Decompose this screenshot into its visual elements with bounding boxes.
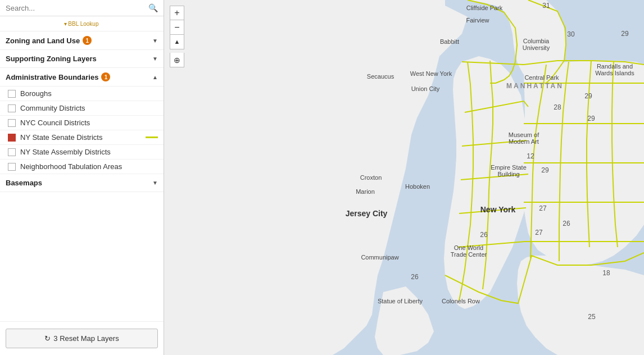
layer-label-community: Community Districts bbox=[20, 104, 158, 112]
map-label-west-new-york: West New York bbox=[410, 70, 452, 77]
search-icon: 🔍 bbox=[148, 3, 158, 12]
checkbox-boroughs[interactable] bbox=[8, 90, 16, 98]
section-chevron-supporting bbox=[152, 56, 158, 62]
layer-item-council[interactable]: NYC Council Districts bbox=[0, 116, 164, 130]
map-num-29c: 29 bbox=[587, 115, 595, 122]
bbl-lookup-label: ▾ BBL Lookup bbox=[64, 21, 99, 27]
map-label-jersey-city: Jersey City bbox=[346, 209, 388, 218]
map-label-croxton: Croxton bbox=[360, 174, 382, 181]
layer-label-council: NYC Council Districts bbox=[20, 119, 158, 127]
location-button[interactable]: ⊕ bbox=[170, 53, 184, 67]
checkbox-community[interactable] bbox=[8, 104, 16, 112]
map-num-30: 30 bbox=[567, 30, 575, 38]
map-label-secaucus: Secaucus bbox=[367, 73, 394, 80]
section-label-supporting: Supporting Zoning Layers bbox=[6, 54, 97, 63]
layer-label-assembly: NY State Assembly Districts bbox=[20, 148, 158, 156]
map-num-29b: 29 bbox=[584, 92, 592, 100]
section-header-supporting[interactable]: Supporting Zoning Layers bbox=[0, 50, 164, 68]
section-header-admin[interactable]: Administrative Boundaries1 bbox=[0, 68, 164, 87]
section-label-basemaps: Basemaps bbox=[6, 179, 42, 187]
checkbox-council[interactable] bbox=[8, 119, 16, 127]
layer-item-senate[interactable]: NY State Senate Districts bbox=[0, 130, 164, 145]
search-input[interactable] bbox=[6, 4, 148, 12]
map-svg: Cliffside Park Fairview Columbia Univers… bbox=[164, 0, 644, 355]
section-chevron-zoning bbox=[152, 38, 158, 44]
reset-section: ↻ 3 Reset Map Layers bbox=[0, 321, 164, 355]
map-num-18: 18 bbox=[602, 269, 610, 277]
map-label-wards: Wards Islands bbox=[595, 70, 634, 76]
reset-label: 3 Reset Map Layers bbox=[53, 334, 119, 343]
map-label-central-park: Central Park bbox=[524, 74, 559, 81]
section-chevron-admin bbox=[152, 74, 158, 80]
map-controls: + − ▲ ⊕ bbox=[170, 6, 184, 67]
checkbox-senate[interactable] bbox=[8, 134, 16, 142]
map-num-26c: 26 bbox=[411, 273, 419, 281]
sidebar: 🔍 ▾ BBL Lookup Zoning and Land Use1Suppo… bbox=[0, 0, 164, 355]
legend-line-senate bbox=[146, 136, 158, 138]
map-area: + − ▲ ⊕ bbox=[164, 0, 644, 355]
map-label-empire2: Building bbox=[497, 171, 519, 178]
section-header-zoning[interactable]: Zoning and Land Use1 bbox=[0, 31, 164, 50]
map-label-cliffside: Cliffside Park bbox=[466, 4, 503, 11]
map-num-26a: 26 bbox=[480, 231, 488, 239]
checkbox-assembly[interactable] bbox=[8, 148, 16, 156]
map-num-27a: 27 bbox=[539, 204, 547, 212]
section-chevron-basemaps bbox=[152, 180, 158, 186]
map-num-26b: 26 bbox=[563, 220, 570, 227]
map-label-moma: Museum of bbox=[509, 131, 539, 138]
map-label-moma2: Modern Art bbox=[509, 138, 539, 145]
map-label-university: University bbox=[523, 44, 550, 51]
section-label-admin: Administrative Boundaries bbox=[6, 73, 98, 81]
sections-container: Zoning and Land Use1Supporting Zoning La… bbox=[0, 31, 164, 192]
map-label-marion: Marion bbox=[356, 188, 375, 195]
map-num-27b: 27 bbox=[535, 229, 543, 236]
map-num-12: 12 bbox=[527, 152, 534, 160]
map-label-liberty: Statue of Liberty bbox=[378, 298, 423, 304]
section-header-basemaps[interactable]: Basemaps bbox=[0, 174, 164, 192]
reset-map-layers-button[interactable]: ↻ 3 Reset Map Layers bbox=[6, 329, 158, 348]
map-label-colonels: Colonels Row bbox=[442, 298, 480, 304]
zoom-in-button[interactable]: + bbox=[170, 6, 184, 20]
map-num-29a: 29 bbox=[621, 30, 629, 38]
layer-label-boroughs: Boroughs bbox=[20, 89, 158, 98]
bbl-lookup-button[interactable]: ▾ BBL Lookup bbox=[0, 16, 164, 31]
layer-label-nta: Neighborhood Tabulation Areas bbox=[20, 162, 158, 171]
layer-label-senate: NY State Senate Districts bbox=[20, 133, 142, 142]
layer-item-nta[interactable]: Neighborhood Tabulation Areas bbox=[0, 160, 164, 174]
map-label-one-world: One World bbox=[454, 244, 483, 251]
reset-icon: ↻ bbox=[44, 334, 51, 343]
section-badge-admin: 1 bbox=[101, 72, 110, 81]
layer-item-community[interactable]: Community Districts bbox=[0, 101, 164, 116]
map-label-columbia: Columbia bbox=[523, 38, 550, 44]
search-bar: 🔍 bbox=[0, 0, 164, 16]
map-label-union-city: Union City bbox=[411, 85, 440, 92]
map-num-28: 28 bbox=[554, 103, 561, 111]
map-num-29d: 29 bbox=[541, 166, 549, 174]
map-label-new-york: New York bbox=[480, 205, 516, 214]
map-label-randalls: Randalls and bbox=[597, 63, 633, 70]
layer-item-boroughs[interactable]: Boroughs bbox=[0, 87, 164, 101]
map-label-one-world2: Trade Center bbox=[451, 251, 487, 258]
map-label-empire: Empire State bbox=[491, 164, 527, 171]
zoom-out-button[interactable]: − bbox=[170, 20, 184, 35]
map-label-fairview: Fairview bbox=[466, 17, 489, 24]
map-num-25: 25 bbox=[588, 313, 596, 321]
section-badge-zoning: 1 bbox=[83, 36, 92, 45]
map-label-manhattan: MANHATTAN bbox=[506, 82, 564, 90]
map-label-babbitt: Babbitt bbox=[440, 38, 459, 45]
map-num-31: 31 bbox=[542, 2, 550, 10]
map-label-communipaw: Communipaw bbox=[361, 254, 398, 261]
map-label-hoboken: Hoboken bbox=[405, 183, 430, 190]
checkbox-nta[interactable] bbox=[8, 163, 16, 171]
layer-item-assembly[interactable]: NY State Assembly Districts bbox=[0, 145, 164, 160]
compass-button[interactable]: ▲ bbox=[170, 35, 184, 49]
section-label-zoning: Zoning and Land Use bbox=[6, 37, 80, 45]
